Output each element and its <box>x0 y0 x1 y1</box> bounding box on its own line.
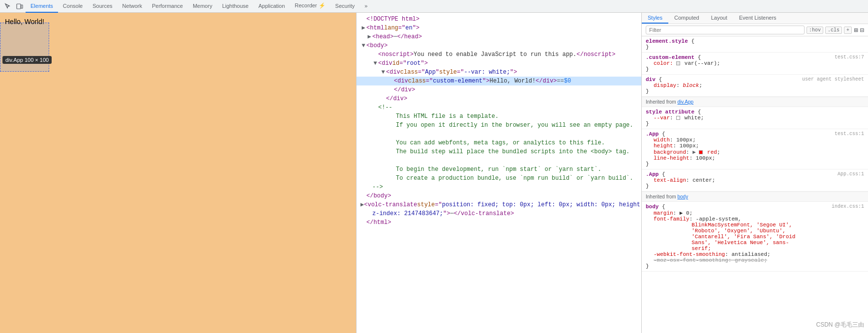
custom-element-selector[interactable]: .custom-element <box>646 55 694 60</box>
arrow-doctype <box>360 15 366 23</box>
html-line-comment1[interactable]: This HTML file is a template. <box>357 112 641 121</box>
inherited-app-link[interactable]: div.App <box>677 99 693 105</box>
tab-security[interactable]: Security <box>330 0 360 13</box>
body-fontfamily-prop[interactable]: font-family: -apple-system, <box>654 216 864 222</box>
html-line-comment3[interactable]: You can add webfonts, meta tags, or anal… <box>357 139 641 147</box>
arrow-html[interactable]: ▶ <box>360 24 366 32</box>
body-rule: body { index.css:1 margin: ▶ 0; font-fam… <box>642 202 868 272</box>
custom-element-color-prop[interactable]: color: var(--var); <box>654 60 864 66</box>
inherited-body-link[interactable]: body <box>677 194 688 199</box>
arrow-div2 <box>380 95 386 103</box>
html-line-comment4[interactable]: The build step will place the bundled sc… <box>357 147 641 156</box>
tab-application[interactable]: Application <box>253 0 290 13</box>
inherited-label-body: Inherited from body <box>642 192 868 202</box>
html-line-html-close[interactable]: </html> <box>357 218 641 227</box>
app-test-selector[interactable]: .App <box>646 131 658 137</box>
arrow-app[interactable]: ▼ <box>380 68 386 76</box>
cls-filter[interactable]: .cls <box>825 27 842 34</box>
div-selector[interactable]: div <box>646 77 656 83</box>
html-line-noscript[interactable]: <noscript>You need to enable JavaScript … <box>357 50 641 59</box>
element-style-selector[interactable]: element.style <box>646 38 688 44</box>
plus-filter[interactable]: + <box>844 27 852 34</box>
app-height-prop[interactable]: height: 100px; <box>654 143 864 149</box>
html-line-comment-start[interactable]: <!-- <box>357 103 641 112</box>
html-line-html[interactable]: ▶ <html lang="en"> <box>357 24 641 32</box>
app-appcss-source[interactable]: App.css:1 <box>838 171 864 177</box>
div-ua-rule: div { user agent stylesheet display: blo… <box>642 75 868 97</box>
color-swatch[interactable] <box>676 61 680 65</box>
custom-element-source[interactable]: test.css:7 <box>835 55 864 60</box>
tab-recorder[interactable]: Recorder ⚡ <box>290 0 330 13</box>
html-line-doctype[interactable]: <!DOCTYPE html> <box>357 15 641 24</box>
app-appcss-rule: .App { App.css:1 text-align: center; } <box>642 169 868 192</box>
body-fontfamily-val6: serif; <box>685 246 864 251</box>
inspect-icon[interactable] <box>2 0 14 12</box>
html-line-app-open[interactable]: ▼ <div class="App" style="--var: white;"… <box>357 68 641 77</box>
app-textalign-prop[interactable]: text-align: center; <box>654 177 864 183</box>
html-line-volc2[interactable]: z-index: 2147483647;"> ⋯ </volc-translat… <box>357 209 641 218</box>
html-line-comment-end[interactable]: --> <box>357 183 641 192</box>
styles-tab-styles[interactable]: Styles <box>642 13 668 24</box>
html-line-volc[interactable]: ▶ <volc-translate style="position: fixed… <box>357 200 641 209</box>
device-mode-icon[interactable] <box>14 0 26 12</box>
app-lineheight-prop[interactable]: line-height: 100px; <box>654 155 864 161</box>
body-fontfamily-val5: Sans', 'Helvetica Neue', sans- <box>685 240 864 246</box>
html-content: <!DOCTYPE html> ▶ <html lang="en"> ▶ <he… <box>357 13 641 229</box>
white-swatch[interactable] <box>676 116 680 120</box>
arrow-body[interactable]: ▼ <box>360 42 366 50</box>
tab-sources[interactable]: Sources <box>88 0 117 13</box>
red-swatch[interactable] <box>699 150 703 154</box>
element-tooltip: div.App 100 × 100 <box>2 56 52 64</box>
tabs-list: Elements Console Sources Network Perform… <box>26 0 866 13</box>
tab-elements[interactable]: Elements <box>26 0 58 13</box>
html-line-comment5[interactable]: To begin the development, run `npm start… <box>357 165 641 174</box>
html-line-comment6[interactable]: To create a production bundle, use `npm … <box>357 174 641 183</box>
html-line-div-close1[interactable]: </div> <box>357 85 641 94</box>
styles-tab-event-listeners[interactable]: Event Listeners <box>733 13 782 24</box>
tab-network[interactable]: Network <box>118 0 147 13</box>
app-appcss-selector[interactable]: .App <box>646 171 658 177</box>
arrow-head[interactable]: ▶ <box>366 33 372 41</box>
div-display-prop[interactable]: display: block; <box>654 83 864 88</box>
body-selector[interactable]: body <box>646 204 658 210</box>
app-bg-prop[interactable]: background: ▶ red; <box>654 149 864 155</box>
html-line-body-open[interactable]: ▼ <body> <box>357 41 641 50</box>
devtools-tab-bar: Elements Console Sources Network Perform… <box>0 0 868 13</box>
custom-element-rule: .custom-element { test.css:7 color: var(… <box>642 53 868 75</box>
body-webkit-prop[interactable]: -webkit-font-smoothing: antialiased; <box>654 251 864 257</box>
html-line-blank2 <box>357 156 641 165</box>
app-test-rule: .App { test.css:1 width: 100px; height: … <box>642 129 868 169</box>
style-attr-var-prop[interactable]: --var: white; <box>654 115 864 121</box>
app-width-prop[interactable]: width: 100px; <box>654 137 864 143</box>
arrow-root[interactable]: ▼ <box>372 59 378 67</box>
html-line-div-close2[interactable]: </div> <box>357 94 641 103</box>
arrow-custom <box>388 77 394 85</box>
styles-tab-layout[interactable]: Layout <box>705 13 733 24</box>
html-line-comment2[interactable]: If you open it directly in the browser, … <box>357 121 641 130</box>
arrow-volc[interactable]: ▶ <box>360 201 364 209</box>
style-attribute-rule: style attribute { --var: white; } <box>642 107 868 129</box>
tab-performance[interactable]: Performance <box>147 0 188 13</box>
devtools-main: Elements Console Sources Network Perform… <box>0 0 868 333</box>
style-attr-selector[interactable]: style attribute <box>646 109 694 115</box>
preview-panel: Hello, World! div.App 100 × 100 <box>0 13 357 333</box>
tab-lighthouse[interactable]: Lighthouse <box>217 0 254 13</box>
html-line-root-open[interactable]: ▼ <div id="root"> <box>357 59 641 68</box>
body-moz-prop[interactable]: -moz-osx-font-smoothing: grayscale; <box>654 257 864 263</box>
styles-tab-computed[interactable]: Computed <box>668 13 705 24</box>
app-test-source[interactable]: test.css:1 <box>835 131 864 137</box>
styles-tab-bar: Styles Computed Layout Event Listeners <box>642 13 868 24</box>
filter-input[interactable] <box>646 26 805 34</box>
tab-memory[interactable]: Memory <box>188 0 217 13</box>
element-highlight-box <box>0 23 49 72</box>
html-panel[interactable]: <!DOCTYPE html> ▶ <html lang="en"> ▶ <he… <box>357 13 642 333</box>
html-line-custom-element[interactable]: <div class="custom-element">Hello, World… <box>357 77 641 85</box>
element-style-rule: element.style { } <box>642 36 868 53</box>
hov-filter[interactable]: :hov <box>807 27 823 34</box>
html-line-head[interactable]: ▶ <head> ⋯ </head> <box>357 32 641 41</box>
body-margin-prop[interactable]: margin: ▶ 0; <box>654 210 864 216</box>
body-source[interactable]: index.css:1 <box>832 204 864 209</box>
html-line-body-close[interactable]: </body> <box>357 192 641 200</box>
tab-more[interactable]: » <box>359 0 372 13</box>
tab-console[interactable]: Console <box>58 0 88 13</box>
